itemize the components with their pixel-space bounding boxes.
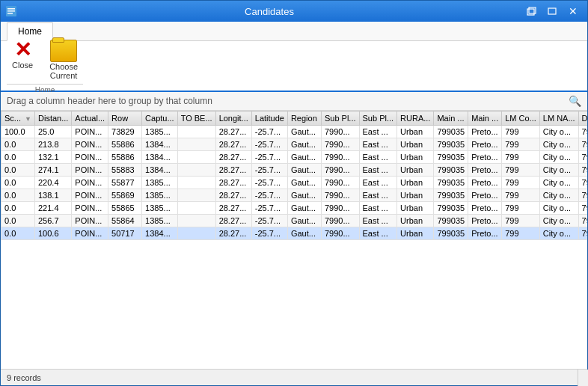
cell-sc: 100.0 bbox=[1, 126, 35, 138]
cell-subpl2: East ... bbox=[359, 227, 397, 240]
cell-lmna: City o... bbox=[539, 189, 578, 202]
cell-actual: POIN... bbox=[72, 138, 108, 151]
table-row[interactable]: 0.0221.4POIN...558651385...28.27...-25.7… bbox=[1, 202, 588, 215]
table-row[interactable]: 0.0100.6POIN...507171384...28.27...-25.7… bbox=[1, 227, 588, 240]
records-count: 9 records bbox=[7, 373, 41, 382]
table-scroll[interactable]: Sc... ▼ Distan... Actual... Row Captu...… bbox=[1, 111, 587, 369]
col-region[interactable]: Region bbox=[287, 111, 321, 126]
search-icon[interactable]: 🔍 bbox=[569, 95, 581, 107]
cell-sc: 0.0 bbox=[1, 202, 35, 215]
cell-subpl1: 7990... bbox=[321, 227, 359, 240]
cell-region: Gaut... bbox=[287, 164, 321, 177]
choose-current-label: Choose Current bbox=[49, 62, 78, 80]
cell-lmco: 799 bbox=[502, 189, 540, 202]
cell-lmco: 799 bbox=[502, 215, 540, 227]
cell-rura: Urban bbox=[397, 177, 434, 189]
restore-button[interactable] bbox=[521, 4, 541, 19]
table-row[interactable]: 0.0138.1POIN...558691385...28.27...-25.7… bbox=[1, 189, 588, 202]
choose-current-button[interactable]: Choose Current bbox=[44, 37, 83, 82]
cell-lat: -25.7... bbox=[251, 151, 287, 164]
table-row[interactable]: 0.0220.4POIN...558771385...28.27...-25.7… bbox=[1, 177, 588, 189]
table-container: Sc... ▼ Distan... Actual... Row Captu...… bbox=[1, 111, 587, 369]
cell-tobe bbox=[177, 177, 215, 189]
window-icon bbox=[5, 5, 17, 17]
table-row[interactable]: 0.0213.8POIN...558861384...28.27...-25.7… bbox=[1, 138, 588, 151]
col-dist[interactable]: Distan... bbox=[35, 111, 72, 126]
cell-subpl2: East ... bbox=[359, 215, 397, 227]
col-lat[interactable]: Latitude bbox=[251, 111, 287, 126]
cell-dist: 132.1 bbox=[35, 151, 72, 164]
col-row[interactable]: Row bbox=[108, 111, 142, 126]
cell-main2: Preto... bbox=[468, 138, 502, 151]
table-row[interactable]: 0.0274.1POIN...558831384...28.27...-25.7… bbox=[1, 164, 588, 177]
cell-lmna: City o... bbox=[539, 177, 578, 189]
close-button[interactable]: ✕ bbox=[563, 4, 583, 19]
cell-rura: Urban bbox=[397, 151, 434, 164]
cell-rura: Urban bbox=[397, 164, 434, 177]
ribbon-group-home: ✕ Close Choose Current Home bbox=[7, 37, 83, 94]
cell-main1: 799035 bbox=[434, 138, 468, 151]
cell-actual: POIN... bbox=[72, 202, 108, 215]
main-window: Candidates ✕ Home ✕ Close Choose C bbox=[0, 0, 588, 386]
cell-lmna: City o... bbox=[539, 151, 578, 164]
cell-rura: Urban bbox=[397, 227, 434, 240]
col-rura[interactable]: RURA... bbox=[397, 111, 434, 126]
col-tobe[interactable]: TO BE... bbox=[177, 111, 215, 126]
cell-subpl1: 7990... bbox=[321, 189, 359, 202]
cell-dcc: 799 bbox=[578, 177, 587, 189]
close-button-ribbon[interactable]: ✕ Close bbox=[7, 37, 38, 72]
cell-main1: 799035 bbox=[434, 126, 468, 138]
cell-main1: 799035 bbox=[434, 215, 468, 227]
cell-lmco: 799 bbox=[502, 126, 540, 138]
col-main1[interactable]: Main ... bbox=[434, 111, 468, 126]
cell-dist: 221.4 bbox=[35, 202, 72, 215]
cell-subpl2: East ... bbox=[359, 177, 397, 189]
table-row[interactable]: 100.025.0POIN...738291385...28.27...-25.… bbox=[1, 126, 588, 138]
cell-lmco: 799 bbox=[502, 177, 540, 189]
cell-subpl1: 7990... bbox=[321, 177, 359, 189]
maximize-button[interactable] bbox=[542, 4, 562, 19]
cell-tobe bbox=[177, 126, 215, 138]
cell-longit: 28.27... bbox=[215, 189, 251, 202]
cell-dist: 25.0 bbox=[35, 126, 72, 138]
col-captu[interactable]: Captu... bbox=[142, 111, 178, 126]
table-row[interactable]: 0.0132.1POIN...558861384...28.27...-25.7… bbox=[1, 151, 588, 164]
cell-subpl2: East ... bbox=[359, 151, 397, 164]
cell-main2: Preto... bbox=[468, 227, 502, 240]
cell-lmco: 799 bbox=[502, 202, 540, 215]
cell-subpl2: East ... bbox=[359, 164, 397, 177]
col-main2[interactable]: Main ... bbox=[468, 111, 502, 126]
col-dcc[interactable]: DC C... bbox=[578, 111, 587, 126]
cell-tobe bbox=[177, 215, 215, 227]
cell-dcc: 799 bbox=[578, 189, 587, 202]
cell-lmco: 799 bbox=[502, 138, 540, 151]
col-subpl2[interactable]: Sub Pl... bbox=[359, 111, 397, 126]
group-bar-text: Drag a column header here to group by th… bbox=[7, 96, 212, 106]
cell-subpl1: 7990... bbox=[321, 164, 359, 177]
svg-rect-3 bbox=[7, 13, 13, 14]
cell-longit: 28.27... bbox=[215, 227, 251, 240]
cell-sc: 0.0 bbox=[1, 151, 35, 164]
col-sc[interactable]: Sc... ▼ bbox=[1, 111, 35, 126]
cell-longit: 28.27... bbox=[215, 215, 251, 227]
col-longit[interactable]: Longit... bbox=[215, 111, 251, 126]
svg-rect-1 bbox=[7, 8, 15, 10]
cell-tobe bbox=[177, 164, 215, 177]
cell-lat: -25.7... bbox=[251, 164, 287, 177]
cell-rura: Urban bbox=[397, 189, 434, 202]
cell-main2: Preto... bbox=[468, 189, 502, 202]
cell-dcc: 799 bbox=[578, 151, 587, 164]
table-row[interactable]: 0.0256.7POIN...558641385...28.27...-25.7… bbox=[1, 215, 588, 227]
cell-lat: -25.7... bbox=[251, 138, 287, 151]
cell-tobe bbox=[177, 138, 215, 151]
ribbon-tabs: Home bbox=[1, 22, 587, 41]
col-actual[interactable]: Actual... bbox=[72, 111, 108, 126]
folder-icon bbox=[50, 40, 77, 62]
cell-row: 73829 bbox=[108, 126, 142, 138]
cell-dcc: 799 bbox=[578, 138, 587, 151]
col-lmco[interactable]: LM Co... bbox=[502, 111, 540, 126]
cell-dist: 256.7 bbox=[35, 215, 72, 227]
cell-captu: 1384... bbox=[142, 227, 178, 240]
col-subpl1[interactable]: Sub Pl... bbox=[321, 111, 359, 126]
col-lmna[interactable]: LM NA... bbox=[539, 111, 578, 126]
